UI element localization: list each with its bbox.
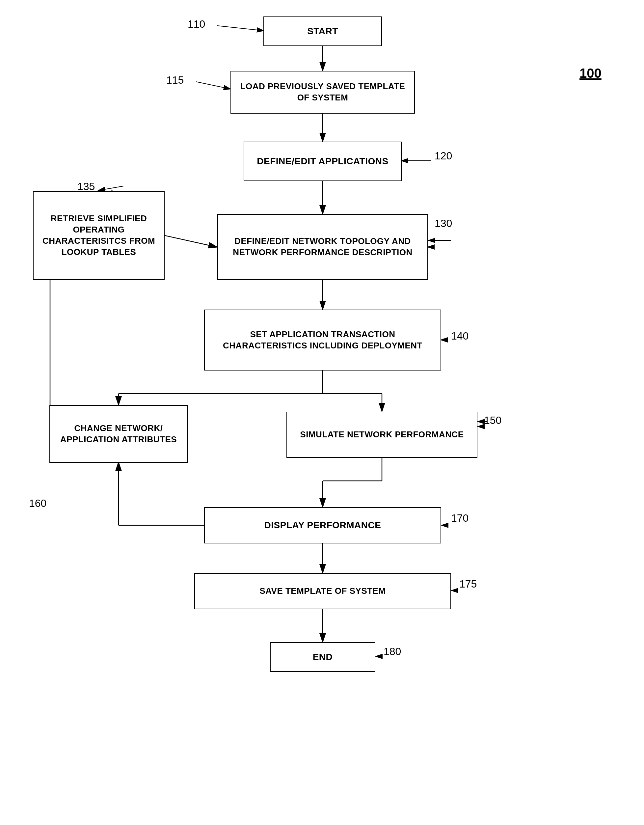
label-170: 170 xyxy=(451,512,468,524)
simulate-box: SIMULATE NETWORK PERFORMANCE xyxy=(286,412,477,458)
label-110: 110 xyxy=(188,18,205,30)
define-edit-network-box: DEFINE/EDIT NETWORK TOPOLOGY AND NETWORK… xyxy=(217,214,428,280)
label-135: 135 xyxy=(77,181,95,193)
label-150: 150 xyxy=(484,414,502,426)
label-120: 120 xyxy=(435,150,452,162)
svg-line-10 xyxy=(99,186,124,190)
load-box: LOAD PREVIOUSLY SAVED TEMPLATE OF SYSTEM xyxy=(230,71,415,114)
display-box: DISPLAY PERFORMANCE xyxy=(204,507,441,544)
retrieve-box: RETRIEVE SIMPLIFIED OPERATING CHARACTERI… xyxy=(33,191,165,280)
label-140: 140 xyxy=(451,330,468,342)
label-180: 180 xyxy=(384,646,401,658)
end-box: END xyxy=(270,642,375,672)
set-app-box: SET APPLICATION TRANSACTION CHARACTERIST… xyxy=(204,310,441,371)
flowchart-diagram: START LOAD PREVIOUSLY SAVED TEMPLATE OF … xyxy=(0,0,644,825)
label-130: 130 xyxy=(435,217,452,230)
label-175: 175 xyxy=(459,578,477,590)
label-115: 115 xyxy=(166,74,184,86)
define-edit-apps-box: DEFINE/EDIT APPLICATIONS xyxy=(244,142,402,181)
label-160: 160 xyxy=(29,497,46,510)
svg-line-3 xyxy=(196,82,230,89)
svg-line-1 xyxy=(217,26,263,31)
diagram-id: 100 xyxy=(579,66,602,81)
start-box: START xyxy=(263,17,382,46)
change-network-box: CHANGE NETWORK/ APPLICATION ATTRIBUTES xyxy=(49,405,188,463)
svg-line-11 xyxy=(165,235,217,247)
save-box: SAVE TEMPLATE OF SYSTEM xyxy=(194,573,451,609)
